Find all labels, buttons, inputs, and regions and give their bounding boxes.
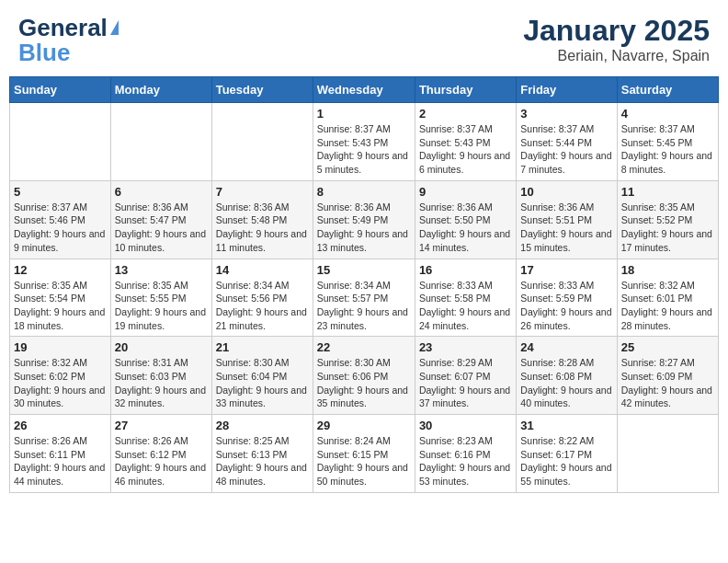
day-info: Sunrise: 8:35 AM Sunset: 5:55 PM Dayligh… [115, 279, 208, 333]
calendar-cell [617, 415, 718, 493]
day-number: 3 [520, 107, 612, 121]
weekday-header: Friday [517, 77, 617, 103]
page-title: January 2025 [523, 14, 710, 48]
page-header: General Blue January 2025 Beriain, Navar… [9, 9, 719, 69]
day-info: Sunrise: 8:33 AM Sunset: 5:58 PM Dayligh… [419, 279, 512, 333]
day-info: Sunrise: 8:26 AM Sunset: 6:12 PM Dayligh… [115, 434, 208, 488]
day-info: Sunrise: 8:30 AM Sunset: 6:04 PM Dayligh… [216, 356, 309, 410]
calendar-cell [110, 103, 211, 181]
page-subtitle: Beriain, Navarre, Spain [523, 48, 710, 64]
day-info: Sunrise: 8:24 AM Sunset: 6:15 PM Dayligh… [317, 434, 411, 488]
calendar-cell: 23Sunrise: 8:29 AM Sunset: 6:07 PM Dayli… [415, 337, 516, 415]
day-number: 25 [621, 340, 714, 354]
day-number: 7 [216, 185, 309, 199]
logo-icon [110, 20, 119, 35]
weekday-header: Thursday [415, 77, 516, 103]
day-number: 6 [115, 185, 208, 199]
day-info: Sunrise: 8:29 AM Sunset: 6:07 PM Dayligh… [419, 356, 512, 410]
logo-blue: Blue [18, 42, 70, 63]
calendar-cell: 7Sunrise: 8:36 AM Sunset: 5:48 PM Daylig… [211, 180, 313, 259]
day-info: Sunrise: 8:36 AM Sunset: 5:50 PM Dayligh… [419, 201, 512, 255]
calendar-cell: 6Sunrise: 8:36 AM Sunset: 5:47 PM Daylig… [110, 180, 211, 259]
day-number: 19 [14, 340, 107, 354]
day-info: Sunrise: 8:22 AM Sunset: 6:17 PM Dayligh… [520, 434, 612, 488]
calendar-cell: 8Sunrise: 8:36 AM Sunset: 5:49 PM Daylig… [313, 180, 415, 259]
day-number: 21 [216, 340, 309, 354]
day-number: 20 [115, 340, 208, 354]
calendar-cell: 31Sunrise: 8:22 AM Sunset: 6:17 PM Dayli… [517, 415, 617, 493]
calendar-cell: 2Sunrise: 8:37 AM Sunset: 5:43 PM Daylig… [415, 103, 516, 181]
calendar-cell: 10Sunrise: 8:36 AM Sunset: 5:51 PM Dayli… [517, 180, 617, 259]
day-number: 30 [419, 419, 512, 432]
day-number: 10 [520, 185, 612, 199]
day-info: Sunrise: 8:31 AM Sunset: 6:03 PM Dayligh… [115, 356, 208, 410]
calendar-cell: 20Sunrise: 8:31 AM Sunset: 6:03 PM Dayli… [110, 337, 211, 415]
calendar-week: 5Sunrise: 8:37 AM Sunset: 5:46 PM Daylig… [10, 180, 719, 259]
calendar-cell: 13Sunrise: 8:35 AM Sunset: 5:55 PM Dayli… [110, 259, 211, 337]
day-info: Sunrise: 8:25 AM Sunset: 6:13 PM Dayligh… [216, 434, 309, 488]
title-area: January 2025 Beriain, Navarre, Spain [523, 14, 710, 64]
calendar-cell: 27Sunrise: 8:26 AM Sunset: 6:12 PM Dayli… [110, 415, 211, 493]
day-number: 18 [621, 263, 714, 277]
calendar-cell [211, 103, 313, 181]
calendar-cell: 30Sunrise: 8:23 AM Sunset: 6:16 PM Dayli… [415, 415, 516, 493]
calendar-cell: 11Sunrise: 8:35 AM Sunset: 5:52 PM Dayli… [617, 180, 718, 259]
day-number: 26 [14, 419, 107, 432]
calendar-week: 1Sunrise: 8:37 AM Sunset: 5:43 PM Daylig… [10, 103, 719, 181]
calendar-cell: 9Sunrise: 8:36 AM Sunset: 5:50 PM Daylig… [415, 180, 516, 259]
day-number: 22 [317, 340, 411, 354]
day-number: 4 [621, 107, 714, 121]
calendar-cell: 18Sunrise: 8:32 AM Sunset: 6:01 PM Dayli… [617, 259, 718, 337]
calendar-header: SundayMondayTuesdayWednesdayThursdayFrid… [10, 77, 719, 103]
calendar-cell: 17Sunrise: 8:33 AM Sunset: 5:59 PM Dayli… [517, 259, 617, 337]
day-info: Sunrise: 8:28 AM Sunset: 6:08 PM Dayligh… [520, 356, 612, 410]
calendar-cell: 15Sunrise: 8:34 AM Sunset: 5:57 PM Dayli… [313, 259, 415, 337]
day-info: Sunrise: 8:36 AM Sunset: 5:47 PM Dayligh… [115, 201, 208, 255]
day-number: 15 [317, 263, 411, 277]
day-number: 31 [520, 419, 612, 432]
calendar-cell: 19Sunrise: 8:32 AM Sunset: 6:02 PM Dayli… [10, 337, 111, 415]
day-number: 11 [621, 185, 714, 199]
day-info: Sunrise: 8:37 AM Sunset: 5:45 PM Dayligh… [621, 122, 714, 177]
calendar-table: SundayMondayTuesdayWednesdayThursdayFrid… [9, 76, 719, 493]
calendar-cell: 1Sunrise: 8:37 AM Sunset: 5:43 PM Daylig… [313, 103, 415, 181]
day-info: Sunrise: 8:30 AM Sunset: 6:06 PM Dayligh… [317, 356, 411, 410]
day-info: Sunrise: 8:32 AM Sunset: 6:01 PM Dayligh… [621, 279, 714, 333]
calendar-cell: 4Sunrise: 8:37 AM Sunset: 5:45 PM Daylig… [617, 103, 718, 181]
day-info: Sunrise: 8:36 AM Sunset: 5:51 PM Dayligh… [520, 201, 612, 255]
calendar-week: 26Sunrise: 8:26 AM Sunset: 6:11 PM Dayli… [10, 415, 719, 493]
calendar-cell: 16Sunrise: 8:33 AM Sunset: 5:58 PM Dayli… [415, 259, 516, 337]
day-info: Sunrise: 8:27 AM Sunset: 6:09 PM Dayligh… [621, 356, 714, 410]
day-number: 13 [115, 263, 208, 277]
day-number: 24 [520, 340, 612, 354]
calendar-cell: 12Sunrise: 8:35 AM Sunset: 5:54 PM Dayli… [10, 259, 111, 337]
day-number: 29 [317, 419, 411, 432]
day-info: Sunrise: 8:37 AM Sunset: 5:46 PM Dayligh… [14, 201, 107, 255]
day-number: 27 [115, 419, 208, 432]
day-info: Sunrise: 8:35 AM Sunset: 5:52 PM Dayligh… [621, 201, 714, 255]
calendar-cell: 26Sunrise: 8:26 AM Sunset: 6:11 PM Dayli… [10, 415, 111, 493]
calendar-cell: 5Sunrise: 8:37 AM Sunset: 5:46 PM Daylig… [10, 180, 111, 259]
day-number: 14 [216, 263, 309, 277]
day-number: 9 [419, 185, 512, 199]
weekday-header: Tuesday [211, 77, 313, 103]
day-number: 28 [216, 419, 309, 432]
day-number: 16 [419, 263, 512, 277]
calendar-cell [10, 103, 111, 181]
calendar-week: 19Sunrise: 8:32 AM Sunset: 6:02 PM Dayli… [10, 337, 719, 415]
day-info: Sunrise: 8:37 AM Sunset: 5:43 PM Dayligh… [419, 122, 512, 177]
day-number: 23 [419, 340, 512, 354]
day-number: 17 [520, 263, 612, 277]
calendar-cell: 29Sunrise: 8:24 AM Sunset: 6:15 PM Dayli… [313, 415, 415, 493]
day-info: Sunrise: 8:37 AM Sunset: 5:43 PM Dayligh… [317, 122, 411, 177]
day-info: Sunrise: 8:36 AM Sunset: 5:49 PM Dayligh… [317, 201, 411, 255]
calendar-cell: 3Sunrise: 8:37 AM Sunset: 5:44 PM Daylig… [517, 103, 617, 181]
day-info: Sunrise: 8:23 AM Sunset: 6:16 PM Dayligh… [419, 434, 512, 488]
weekday-header: Saturday [617, 77, 718, 103]
calendar-week: 12Sunrise: 8:35 AM Sunset: 5:54 PM Dayli… [10, 259, 719, 337]
day-info: Sunrise: 8:37 AM Sunset: 5:44 PM Dayligh… [520, 122, 612, 177]
day-number: 8 [317, 185, 411, 199]
calendar-body: 1Sunrise: 8:37 AM Sunset: 5:43 PM Daylig… [10, 103, 719, 493]
day-info: Sunrise: 8:35 AM Sunset: 5:54 PM Dayligh… [14, 279, 107, 333]
day-number: 12 [14, 263, 107, 277]
